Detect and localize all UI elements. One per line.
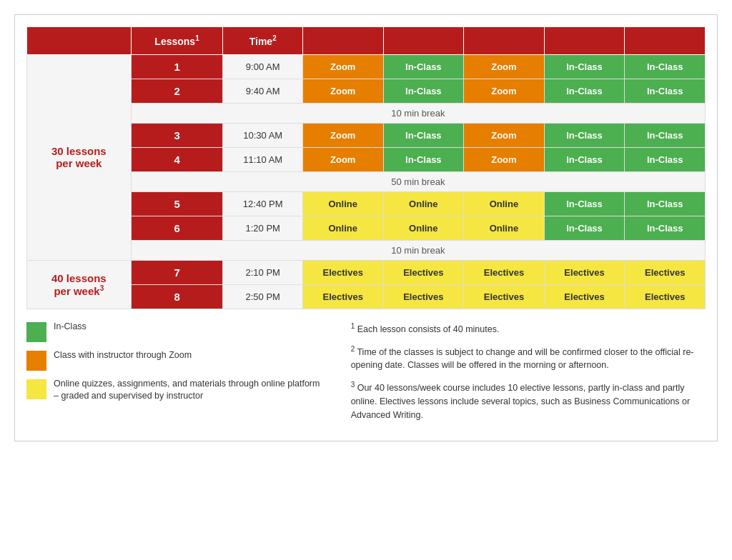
schedule-40-cell: 40 lessonsper week3 bbox=[27, 260, 132, 309]
time-cell: 11:10 AM bbox=[223, 147, 302, 171]
monday-cell: Online bbox=[302, 191, 383, 216]
main-container: Lessons1 Time2 30 lessonsper week19:00 A… bbox=[14, 14, 718, 441]
wednesday-cell: Zoom bbox=[464, 123, 545, 147]
col-lessons: Lessons1 bbox=[131, 27, 223, 55]
tuesday-cell: In-Class bbox=[383, 79, 464, 103]
thursday-cell: Electives bbox=[544, 260, 625, 284]
tuesday-cell: In-Class bbox=[383, 54, 464, 79]
friday-cell: Electives bbox=[625, 284, 706, 309]
legend-label: Online quizzes, assignments, and materia… bbox=[54, 378, 322, 403]
lesson-number-cell: 3 bbox=[131, 123, 223, 147]
schedule-30-cell: 30 lessonsper week bbox=[27, 54, 132, 260]
lesson-number-cell: 7 bbox=[131, 260, 223, 284]
col-time: Time2 bbox=[223, 27, 302, 55]
legend-notes-section: In-ClassClass with instructor through Zo… bbox=[26, 321, 706, 429]
table-body: 30 lessonsper week19:00 AMZoomIn-ClassZo… bbox=[27, 54, 706, 309]
notes-column: 1 Each lesson consists of 40 minutes.2 T… bbox=[351, 321, 706, 429]
legend-label: Class with instructor through Zoom bbox=[54, 349, 192, 362]
lesson-number-cell: 4 bbox=[131, 147, 223, 171]
note-item: 2 Time of the classes is subject to chan… bbox=[351, 344, 706, 373]
time-cell: 1:20 PM bbox=[223, 216, 302, 240]
friday-cell: In-Class bbox=[625, 79, 706, 103]
schedule-table: Lessons1 Time2 30 lessonsper week19:00 A… bbox=[26, 26, 706, 309]
time-cell: 9:00 AM bbox=[223, 54, 302, 79]
legend-column: In-ClassClass with instructor through Zo… bbox=[26, 321, 322, 429]
friday-cell: In-Class bbox=[625, 147, 706, 171]
note-item: 3 Our 40 lessons/week course includes 10… bbox=[351, 379, 706, 421]
header-row: Lessons1 Time2 bbox=[27, 27, 706, 55]
thursday-cell: In-Class bbox=[544, 191, 625, 216]
thursday-cell: In-Class bbox=[544, 216, 625, 240]
lesson-number-cell: 2 bbox=[131, 79, 223, 103]
friday-cell: In-Class bbox=[625, 191, 706, 216]
tuesday-cell: Electives bbox=[383, 284, 464, 309]
lesson-number-cell: 8 bbox=[131, 284, 223, 309]
legend-color-box bbox=[26, 351, 46, 371]
break-cell: 50 min break bbox=[131, 171, 705, 191]
col-friday bbox=[625, 27, 706, 55]
wednesday-cell: Zoom bbox=[464, 147, 545, 171]
break-cell: 10 min break bbox=[131, 240, 705, 260]
friday-cell: Electives bbox=[625, 260, 706, 284]
legend-color-box bbox=[26, 322, 46, 342]
tuesday-cell: In-Class bbox=[383, 147, 464, 171]
monday-cell: Electives bbox=[302, 260, 383, 284]
monday-cell: Electives bbox=[302, 284, 383, 309]
time-cell: 9:40 AM bbox=[223, 79, 302, 103]
break-cell: 10 min break bbox=[131, 103, 705, 123]
wednesday-cell: Electives bbox=[464, 284, 545, 309]
monday-cell: Zoom bbox=[302, 123, 383, 147]
tuesday-cell: Online bbox=[383, 216, 464, 240]
lesson-number-cell: 1 bbox=[131, 54, 223, 79]
time-cell: 10:30 AM bbox=[223, 123, 302, 147]
col-tuesday bbox=[383, 27, 464, 55]
time-cell: 2:50 PM bbox=[223, 284, 302, 309]
monday-cell: Zoom bbox=[302, 79, 383, 103]
wednesday-cell: Online bbox=[464, 191, 545, 216]
table-row: 40 lessonsper week372:10 PMElectivesElec… bbox=[27, 260, 706, 284]
wednesday-cell: Electives bbox=[464, 260, 545, 284]
friday-cell: In-Class bbox=[625, 123, 706, 147]
wednesday-cell: Zoom bbox=[464, 54, 545, 79]
col-monday bbox=[302, 27, 383, 55]
table-row: 30 lessonsper week19:00 AMZoomIn-ClassZo… bbox=[27, 54, 706, 79]
legend-label: In-Class bbox=[54, 321, 86, 334]
legend-item: Online quizzes, assignments, and materia… bbox=[26, 378, 322, 403]
legend-item: Class with instructor through Zoom bbox=[26, 349, 322, 371]
note-item: 1 Each lesson consists of 40 minutes. bbox=[351, 321, 706, 336]
monday-cell: Zoom bbox=[302, 147, 383, 171]
tuesday-cell: Online bbox=[383, 191, 464, 216]
tuesday-cell: In-Class bbox=[383, 123, 464, 147]
col-thursday bbox=[544, 27, 625, 55]
lesson-number-cell: 6 bbox=[131, 216, 223, 240]
friday-cell: In-Class bbox=[625, 54, 706, 79]
lesson-number-cell: 5 bbox=[131, 191, 223, 216]
thursday-cell: Electives bbox=[544, 284, 625, 309]
thursday-cell: In-Class bbox=[544, 123, 625, 147]
monday-cell: Online bbox=[302, 216, 383, 240]
thursday-cell: In-Class bbox=[544, 54, 625, 79]
monday-cell: Zoom bbox=[302, 54, 383, 79]
legend-item: In-Class bbox=[26, 321, 322, 342]
thursday-cell: In-Class bbox=[544, 147, 625, 171]
friday-cell: In-Class bbox=[625, 216, 706, 240]
wednesday-cell: Online bbox=[464, 216, 545, 240]
wednesday-cell: Zoom bbox=[464, 79, 545, 103]
legend-color-box bbox=[26, 379, 46, 399]
time-cell: 12:40 PM bbox=[223, 191, 302, 216]
col-wednesday bbox=[464, 27, 545, 55]
thursday-cell: In-Class bbox=[544, 79, 625, 103]
col-schedule bbox=[27, 27, 132, 55]
tuesday-cell: Electives bbox=[383, 260, 464, 284]
time-cell: 2:10 PM bbox=[223, 260, 302, 284]
